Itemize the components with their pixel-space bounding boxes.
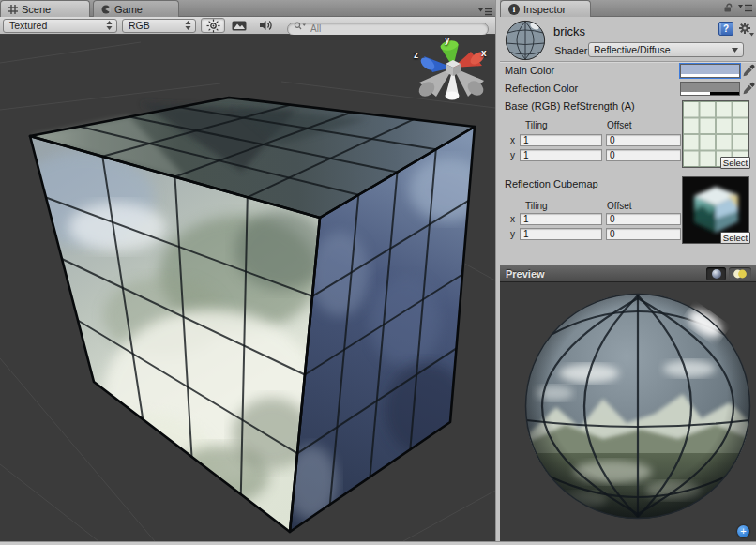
base-y-label: y: [510, 150, 515, 160]
sun-icon: [206, 19, 220, 33]
window-bottom-strip: [0, 541, 756, 545]
channel-dropdown[interactable]: RGB: [122, 19, 196, 33]
base-texture-select-button[interactable]: Select: [720, 157, 750, 169]
header-divider: [500, 61, 756, 63]
scene-pane-menu-icon[interactable]: [478, 4, 493, 13]
base-offset-x-input[interactable]: [606, 134, 681, 146]
search-icon: [294, 22, 307, 30]
reflection-color-swatch[interactable]: [680, 82, 740, 96]
cubemap-select-button[interactable]: Select: [720, 232, 750, 244]
add-icon[interactable]: +: [737, 525, 749, 537]
cubemap-tiling-x-input[interactable]: [520, 213, 602, 225]
shader-dropdown[interactable]: Reflective/Diffuse: [588, 42, 744, 57]
tab-game-label: Game: [114, 4, 143, 15]
cubemap-x-label: x: [510, 214, 515, 224]
gizmo-z-label[interactable]: z: [414, 50, 418, 60]
scene-search-input[interactable]: [287, 23, 489, 36]
reflection-cubemap-label: Reflection Cubemap: [505, 178, 598, 189]
speaker-icon: [259, 20, 273, 31]
scene-search: [287, 19, 489, 32]
gizmo-y-label[interactable]: y: [445, 35, 450, 45]
cubemap-tiling-header: Tiling: [525, 201, 548, 211]
alpha-bar: [681, 92, 739, 95]
chevron-down-icon: [732, 48, 738, 53]
eyedropper-icon[interactable]: [743, 64, 755, 78]
channel-value: RGB: [129, 20, 150, 31]
preview-shape-button[interactable]: [706, 267, 726, 280]
scene-toolbar: Textured RGB: [0, 17, 495, 35]
base-tiling-y-input[interactable]: [520, 149, 602, 161]
unity-editor-window: Scene Game Textured RGB: [0, 0, 756, 545]
audio-toggle-button[interactable]: [253, 18, 278, 33]
material-preview-area[interactable]: +: [500, 282, 756, 541]
preview-header[interactable]: Preview: [500, 265, 756, 282]
image-icon: [232, 21, 247, 31]
base-offset-header: Offset: [607, 120, 632, 130]
render-mode-dropdown[interactable]: Textured: [3, 19, 117, 33]
cubemap-offset-x-input[interactable]: [606, 213, 681, 225]
inspector-panel: i Inspector: [500, 0, 756, 541]
reflection-color-label: Reflection Color: [505, 83, 578, 94]
updown-arrows-icon: [106, 21, 113, 30]
material-name: bricks: [553, 24, 585, 38]
preview-lighting-button[interactable]: [729, 267, 751, 280]
updown-arrows-icon: [185, 21, 191, 30]
main-color-label: Main Color: [505, 65, 554, 76]
help-icon[interactable]: ?: [718, 22, 733, 36]
base-tiling-x-input[interactable]: [520, 134, 602, 146]
lock-icon[interactable]: [723, 3, 733, 13]
tab-inspector-label: Inspector: [523, 4, 566, 15]
cubemap-tiling-y-input[interactable]: [520, 228, 602, 240]
shader-value: Reflective/Diffuse: [594, 44, 671, 55]
inspector-tabbar: i Inspector: [500, 0, 756, 17]
scene-grid-icon: [8, 5, 18, 14]
scene-tabbar: Scene Game: [0, 0, 495, 17]
scene-panel: Scene Game Textured RGB: [0, 0, 495, 541]
tab-inspector[interactable]: i Inspector: [500, 0, 591, 17]
inspector-pane-menu-icon[interactable]: [738, 4, 753, 13]
two-lights-icon: [733, 269, 748, 279]
skybox-toggle-button[interactable]: [227, 18, 251, 33]
lighting-toggle-button[interactable]: [201, 18, 225, 33]
axis-gizmo-icon: [399, 37, 492, 106]
tab-scene[interactable]: Scene: [0, 0, 90, 17]
cubemap-y-label: y: [510, 229, 515, 239]
material-sphere-thumbnail[interactable]: [505, 20, 546, 61]
tab-game[interactable]: Game: [93, 0, 179, 17]
main-color-swatch[interactable]: [680, 64, 740, 78]
gizmo-x-label[interactable]: x: [481, 48, 487, 58]
tab-scene-label: Scene: [22, 4, 51, 15]
scene-viewport[interactable]: y x z: [0, 35, 495, 541]
info-icon: i: [508, 4, 520, 15]
base-x-label: x: [510, 135, 515, 145]
base-offset-y-input[interactable]: [606, 149, 681, 161]
base-texture-label: Base (RGB) RefStrength (A): [505, 100, 635, 112]
shader-label: Shader: [554, 45, 587, 56]
orientation-gizmo[interactable]: y x z: [399, 37, 492, 106]
render-mode-value: Textured: [9, 20, 47, 31]
eyedropper-icon[interactable]: [743, 82, 755, 96]
scene-cube-render: [0, 35, 495, 541]
cubemap-offset-y-input[interactable]: [606, 228, 681, 240]
base-tiling-header: Tiling: [525, 120, 548, 130]
alpha-bar: [681, 74, 739, 77]
preview-title: Preview: [506, 268, 545, 280]
game-icon: [101, 5, 111, 14]
cubemap-offset-header: Offset: [607, 201, 632, 211]
preview-sphere-render: [500, 282, 756, 541]
gear-icon[interactable]: [738, 22, 755, 37]
sphere-icon: [711, 268, 722, 280]
